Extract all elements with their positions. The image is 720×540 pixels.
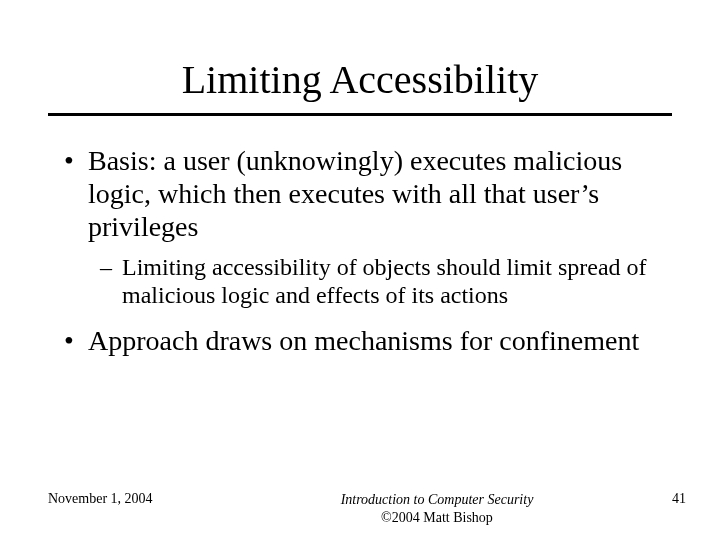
footer-date: November 1, 2004 <box>48 491 248 507</box>
bullet-dot-icon: • <box>60 324 88 357</box>
footer-title: Introduction to Computer Security <box>341 492 534 507</box>
footer-center: Introduction to Computer Security ©2004 … <box>248 491 626 526</box>
title-area: Limiting Accessibility <box>0 0 720 103</box>
sub-bullet-item: – Limiting accessibility of objects shou… <box>60 253 660 310</box>
slide-title: Limiting Accessibility <box>182 56 539 103</box>
bullet-item: • Basis: a user (unknowingly) executes m… <box>60 144 660 243</box>
footer-copyright: ©2004 Matt Bishop <box>248 509 626 527</box>
footer: November 1, 2004 Introduction to Compute… <box>0 491 720 526</box>
bullet-text: Basis: a user (unknowingly) executes mal… <box>88 144 660 243</box>
slide-body: • Basis: a user (unknowingly) executes m… <box>0 116 720 357</box>
slide: Limiting Accessibility • Basis: a user (… <box>0 0 720 540</box>
bullet-dash-icon: – <box>100 253 122 281</box>
page-number: 41 <box>626 491 686 507</box>
bullet-item: • Approach draws on mechanisms for confi… <box>60 324 660 357</box>
bullet-dot-icon: • <box>60 144 88 177</box>
bullet-text: Approach draws on mechanisms for confine… <box>88 324 660 357</box>
sub-bullet-text: Limiting accessibility of objects should… <box>122 253 660 310</box>
